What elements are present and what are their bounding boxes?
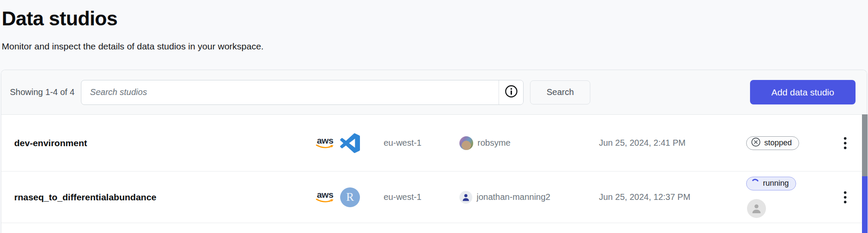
- region-label: eu-west-1: [384, 192, 459, 202]
- user-cell: robsyme: [459, 136, 599, 150]
- page-header: Data studios Monitor and inspect the det…: [0, 0, 868, 52]
- scrollbar-thumb-accent[interactable]: [862, 176, 868, 233]
- table-row[interactable]: rnaseq_to_differentialabundance aws R eu…: [1, 172, 867, 223]
- aws-logo-icon: aws: [316, 191, 335, 203]
- kebab-menu-icon: [844, 137, 846, 140]
- r-logo-icon: R: [340, 187, 360, 207]
- page-subtitle: Monitor and inspect the details of data …: [2, 41, 868, 52]
- region-label: eu-west-1: [384, 138, 459, 148]
- search-input-group: [81, 80, 524, 105]
- page-title: Data studios: [2, 7, 868, 30]
- user-cell: jonathan-manning2: [459, 191, 599, 204]
- aws-logo-icon: aws: [316, 137, 335, 149]
- status-cell: running: [746, 177, 832, 218]
- person-icon: [459, 191, 472, 204]
- table-row[interactable]: dev-environment aws eu-west-1 robsyme Ju…: [1, 115, 867, 172]
- kebab-menu-icon: [844, 191, 846, 194]
- studios-toolbar: Showing 1-4 of 4 Search Add data studio: [1, 70, 867, 115]
- studio-environment-icons: aws R: [316, 187, 384, 207]
- user-avatar: [459, 136, 473, 150]
- status-cell: stopped: [746, 136, 832, 150]
- studios-panel: Showing 1-4 of 4 Search Add data studio …: [1, 70, 867, 233]
- studio-name-link[interactable]: rnaseq_to_differentialabundance: [14, 192, 316, 202]
- info-circle-icon: [505, 85, 518, 100]
- search-info-button[interactable]: [499, 80, 523, 104]
- add-data-studio-button[interactable]: Add data studio: [750, 80, 856, 104]
- created-date: Jun 25, 2024, 12:37 PM: [599, 192, 746, 202]
- status-badge: running: [746, 177, 796, 190]
- row-menu-button[interactable]: [840, 134, 851, 153]
- status-badge: stopped: [746, 136, 799, 150]
- studio-environment-icons: aws: [316, 133, 384, 153]
- table-row-partial: [1, 223, 867, 233]
- vscode-icon: [340, 133, 360, 153]
- spinner-icon: [751, 178, 760, 189]
- search-button[interactable]: Search: [530, 80, 590, 104]
- user-name: jonathan-manning2: [477, 192, 550, 202]
- circle-x-icon: [751, 137, 761, 149]
- results-count: Showing 1-4 of 4: [10, 87, 74, 97]
- studio-name-link[interactable]: dev-environment: [14, 138, 316, 148]
- created-date: Jun 25, 2024, 2:41 PM: [599, 138, 746, 148]
- user-name: robsyme: [477, 138, 511, 148]
- session-user-avatar: [747, 199, 766, 218]
- row-menu-button[interactable]: [840, 188, 851, 207]
- scrollbar-thumb[interactable]: [862, 114, 868, 176]
- search-input[interactable]: [81, 80, 499, 104]
